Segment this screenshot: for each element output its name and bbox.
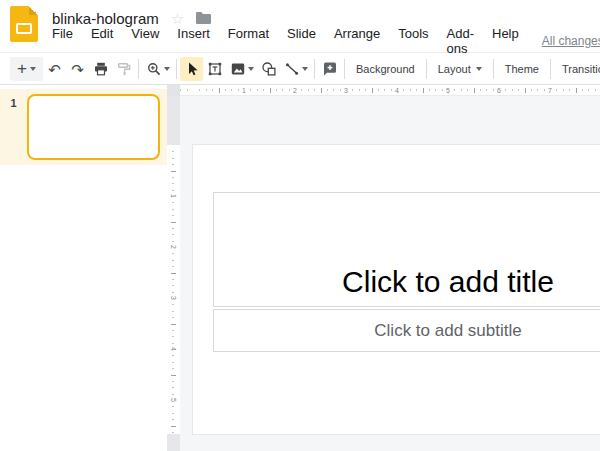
filmstrip-slide-1[interactable]: 1 [0, 89, 167, 165]
menu-item-addons[interactable]: Add-ons [438, 26, 483, 56]
insert-image-button[interactable] [226, 57, 257, 81]
new-slide-button[interactable]: + [10, 57, 43, 81]
toolbar-separator [176, 59, 177, 79]
print-button[interactable] [89, 57, 112, 81]
zoom-button[interactable] [142, 57, 173, 81]
document-title[interactable]: blinka-hologram [52, 10, 159, 27]
menu-bar: FileEditViewInsertFormatSlideArrangeTool… [43, 30, 600, 52]
toolbar-separator [550, 59, 551, 79]
menu-item-help[interactable]: Help [483, 26, 528, 56]
menu-item-insert[interactable]: Insert [168, 26, 219, 56]
magnifier-zoom-icon [146, 61, 162, 77]
background-button[interactable]: Background [348, 57, 423, 81]
hruler-number: 7 [548, 85, 552, 96]
menu-item-edit[interactable]: Edit [82, 26, 122, 56]
menu-item-format[interactable]: Format [219, 26, 278, 56]
menu-item-file[interactable]: File [43, 26, 82, 56]
toolbar-separator [426, 59, 427, 79]
caret-down-icon [30, 67, 36, 71]
vertical-ruler: 12345 [167, 96, 180, 451]
toolbar-separator [344, 59, 345, 79]
horizontal-ruler: 1234567 [180, 85, 600, 96]
canvas-area: 1234567 12345 Click to add title Click t… [167, 85, 600, 451]
shape-button[interactable] [257, 57, 280, 81]
menu-item-arrange[interactable]: Arrange [325, 26, 389, 56]
toolbar-separator [314, 59, 315, 79]
filmstrip-panel: 1 [0, 85, 167, 451]
layout-button-label: Layout [438, 63, 471, 75]
text-box-button[interactable] [203, 57, 226, 81]
slides-logo-icon[interactable] [10, 6, 38, 42]
hruler-number: 6 [497, 85, 501, 96]
folder-icon[interactable] [195, 11, 212, 25]
printer-icon [93, 61, 109, 77]
image-icon [230, 61, 246, 77]
hruler-number: 4 [395, 85, 399, 96]
text-box-icon [207, 61, 223, 77]
subtitle-placeholder[interactable]: Click to add subtitle [213, 309, 600, 352]
vertical-ruler-slide-zone [167, 145, 180, 434]
content-area: 1 1234567 12345 Click to add title Click… [0, 85, 600, 451]
toolbar: + ↶ ↷ [0, 54, 600, 85]
menu-items: FileEditViewInsertFormatSlideArrangeTool… [43, 26, 528, 56]
cursor-arrow-icon [184, 61, 200, 77]
slide-number: 1 [0, 94, 27, 160]
google-slides-app: blinka-hologram ☆ FileEditViewInsertForm… [0, 0, 600, 451]
logo-page-glyph [16, 23, 32, 34]
caret-down-icon [302, 67, 308, 71]
slide-canvas[interactable]: Click to add title Click to add subtitle [193, 145, 600, 434]
header-main: blinka-hologram ☆ FileEditViewInsertForm… [52, 0, 600, 52]
menu-item-view[interactable]: View [122, 26, 168, 56]
caret-down-icon [476, 67, 482, 71]
shape-icon [261, 61, 277, 77]
menu-item-tools[interactable]: Tools [389, 26, 437, 56]
title-placeholder[interactable]: Click to add title [213, 192, 600, 307]
toolbar-separator [138, 59, 139, 79]
logo-fold [29, 6, 38, 15]
vruler-number: 3 [170, 292, 177, 305]
paint-roller-icon [116, 61, 132, 77]
insert-comment-button[interactable] [318, 57, 341, 81]
title-placeholder-text: Click to add title [342, 267, 554, 306]
layout-button[interactable]: Layout [430, 57, 490, 81]
comment-plus-icon [322, 61, 338, 77]
redo-icon: ↷ [71, 62, 84, 77]
vruler-number: 2 [170, 241, 177, 254]
menu-item-slide[interactable]: Slide [278, 26, 325, 56]
hruler-number: 1 [242, 85, 246, 96]
caret-down-icon [164, 67, 170, 71]
select-tool-button[interactable] [180, 57, 203, 81]
redo-button[interactable]: ↷ [66, 57, 89, 81]
hruler-number: 5 [446, 85, 450, 96]
subtitle-placeholder-text: Click to add subtitle [374, 321, 521, 341]
undo-icon: ↶ [48, 62, 61, 77]
paint-format-button[interactable] [112, 57, 135, 81]
caret-down-icon [248, 67, 254, 71]
hruler-number: 2 [293, 85, 297, 96]
slide-thumbnail[interactable] [27, 94, 160, 160]
line-tool-button[interactable] [280, 57, 311, 81]
vruler-number: 4 [170, 343, 177, 356]
vruler-number: 1 [170, 190, 177, 203]
ruler-corner [167, 85, 180, 96]
vruler-number: 5 [170, 394, 177, 407]
save-status-link[interactable]: All changes saved in Drive [542, 34, 600, 48]
hruler-number: 3 [344, 85, 348, 96]
undo-button[interactable]: ↶ [43, 57, 66, 81]
transition-button[interactable]: Transition [554, 57, 600, 81]
toolbar-separator [493, 59, 494, 79]
plus-icon: + [17, 60, 27, 77]
line-icon [284, 61, 300, 77]
theme-button[interactable]: Theme [497, 57, 547, 81]
star-icon[interactable]: ☆ [171, 11, 184, 26]
header: blinka-hologram ☆ FileEditViewInsertForm… [0, 0, 600, 53]
